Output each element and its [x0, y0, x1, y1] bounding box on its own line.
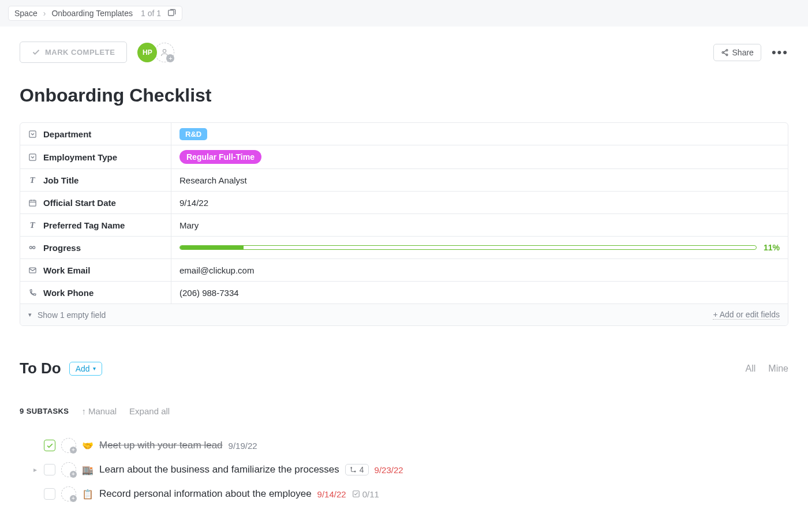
field-label: Progress: [43, 243, 81, 253]
task-emoji: 🏬: [82, 464, 93, 475]
caret-down-icon: ▾: [93, 365, 96, 372]
share-icon: [721, 48, 729, 57]
field-label: Employment Type: [43, 152, 117, 162]
filter-mine[interactable]: Mine: [768, 364, 788, 374]
share-button[interactable]: Share: [713, 44, 761, 61]
subtask-row[interactable]: 📋Record personal information about the e…: [20, 482, 788, 506]
due-date[interactable]: 9/23/22: [375, 465, 403, 475]
breadcrumb-root[interactable]: Space: [14, 9, 38, 18]
page-title: Onboarding Checklist: [20, 85, 788, 106]
svg-rect-8: [29, 153, 35, 160]
field-work-email[interactable]: Work Email email@clickup.com: [20, 258, 788, 281]
avatar[interactable]: HP: [137, 43, 157, 62]
topbar: MARK COMPLETE HP Share •••: [20, 42, 788, 63]
svg-point-13: [29, 246, 32, 249]
dropdown-icon: [27, 129, 38, 139]
svg-line-5: [723, 50, 725, 52]
email-icon: [27, 265, 38, 275]
svg-point-16: [351, 467, 352, 468]
assign-button[interactable]: [61, 462, 76, 477]
expand-toggle[interactable]: ▸: [32, 466, 38, 474]
task-name[interactable]: Meet up with your team lead: [99, 440, 223, 451]
svg-point-1: [163, 49, 166, 52]
status-checkbox[interactable]: [44, 488, 55, 500]
progress-icon: [27, 242, 38, 253]
subtask-row[interactable]: ▸🏬Learn about the business and familiari…: [20, 458, 788, 482]
sort-label: Manual: [88, 406, 117, 416]
view-filters: All Mine: [746, 364, 788, 374]
field-employment-type[interactable]: Employment Type Regular Full-Time: [20, 145, 788, 168]
assign-button[interactable]: [61, 486, 76, 501]
show-empty-fields[interactable]: Show 1 empty field: [38, 310, 106, 320]
mark-complete-label: MARK COMPLETE: [45, 48, 115, 57]
department-tag[interactable]: R&D: [179, 128, 207, 140]
field-label: Work Phone: [43, 288, 93, 298]
add-edit-fields[interactable]: + Add or edit fields: [713, 310, 780, 320]
status-checkbox[interactable]: [44, 464, 55, 475]
field-value: Research Analyst: [179, 175, 247, 185]
due-date[interactable]: 9/19/22: [229, 441, 257, 451]
breadcrumb-count: 1 of 1: [141, 9, 161, 18]
add-label: Add: [76, 364, 90, 373]
employment-type-tag[interactable]: Regular Full-Time: [179, 150, 261, 164]
arrow-up-icon: ↑: [81, 406, 86, 416]
status-checkbox[interactable]: [44, 440, 55, 451]
subtask-count-pill[interactable]: 4: [345, 464, 369, 475]
field-progress[interactable]: Progress 11%: [20, 236, 788, 258]
field-work-phone[interactable]: Work Phone (206) 988-7334: [20, 281, 788, 304]
subtask-row[interactable]: 🤝Meet up with your team lead9/19/22: [20, 433, 788, 458]
assign-button[interactable]: [61, 438, 76, 453]
svg-rect-9: [29, 200, 35, 206]
filter-all[interactable]: All: [746, 364, 756, 374]
progress-bar: [179, 245, 757, 250]
phone-icon: [27, 287, 38, 298]
due-date[interactable]: 9/14/22: [317, 489, 346, 499]
add-task-button[interactable]: Add ▾: [69, 362, 102, 376]
check-icon: [32, 48, 40, 57]
svg-point-14: [33, 246, 35, 249]
chevron-right-icon: ›: [43, 9, 46, 18]
task-emoji: 📋: [82, 489, 93, 500]
subtask-count: 9 SUBTASKS: [20, 407, 69, 415]
field-value: (206) 988-7334: [179, 288, 239, 298]
fields-footer: ▾ Show 1 empty field + Add or edit field…: [20, 304, 788, 325]
field-label: Job Title: [43, 175, 78, 185]
svg-point-2: [726, 49, 728, 51]
subtask-list: 🤝Meet up with your team lead9/19/22▸🏬Lea…: [20, 433, 788, 506]
caret-down-icon[interactable]: ▾: [28, 311, 32, 319]
progress-percent: 11%: [764, 243, 780, 252]
task-name[interactable]: Learn about the business and familiarize…: [99, 464, 339, 475]
field-label: Work Email: [43, 265, 90, 275]
field-value: Mary: [179, 220, 199, 230]
new-tab-icon[interactable]: [167, 9, 176, 18]
field-start-date[interactable]: Official Start Date 9/14/22: [20, 191, 788, 213]
field-job-title[interactable]: T Job Title Research Analyst: [20, 168, 788, 191]
breadcrumb[interactable]: Space › Onboarding Templates 1 of 1: [8, 6, 182, 21]
field-label: Official Start Date: [43, 198, 116, 208]
breadcrumb-current[interactable]: Onboarding Templates: [51, 9, 133, 18]
share-label: Share: [732, 48, 754, 57]
field-tag-name[interactable]: T Preferred Tag Name Mary: [20, 213, 788, 236]
svg-point-4: [726, 54, 728, 55]
checklist-count[interactable]: 0/11: [352, 489, 379, 499]
more-icon[interactable]: •••: [772, 45, 788, 60]
field-department[interactable]: Department R&D: [20, 123, 788, 145]
field-value: email@clickup.com: [179, 265, 254, 275]
task-emoji: 🤝: [82, 440, 93, 451]
subtask-toolbar: 9 SUBTASKS ↑ Manual Expand all: [20, 406, 788, 416]
text-icon: T: [27, 175, 38, 185]
expand-all-button[interactable]: Expand all: [129, 406, 170, 416]
todo-section-header: To Do Add ▾ All Mine: [20, 359, 788, 377]
sort-button[interactable]: ↑ Manual: [81, 406, 117, 416]
breadcrumb-bar: Space › Onboarding Templates 1 of 1: [0, 0, 808, 27]
field-value: 9/14/22: [179, 198, 208, 208]
calendar-icon: [27, 197, 38, 208]
field-label: Preferred Tag Name: [43, 220, 125, 230]
mark-complete-button[interactable]: MARK COMPLETE: [20, 42, 127, 63]
svg-point-3: [722, 51, 724, 53]
custom-fields-table: Department R&D Employment Type Regular F…: [20, 122, 788, 326]
add-assignee-button[interactable]: [155, 43, 174, 62]
field-label: Department: [43, 129, 91, 139]
dropdown-icon: [27, 152, 38, 162]
task-name[interactable]: Record personal information about the em…: [99, 488, 312, 500]
